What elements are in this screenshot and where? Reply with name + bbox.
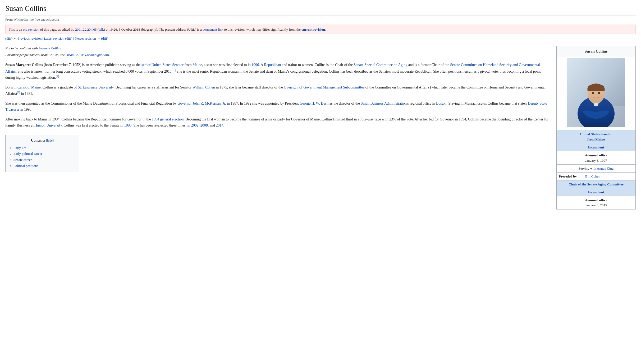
paragraph-2: Born in Caribou, Maine, Collins is a gra…	[5, 84, 551, 97]
svg-point-5	[592, 92, 594, 94]
diff-link-3[interactable]: (diff)	[101, 36, 108, 40]
bill-cohen-link[interactable]: Bill Cohen	[585, 174, 600, 178]
infobox-role-header: United States Senator from Maine	[557, 130, 635, 144]
senior-senator-link[interactable]: senior United States Senator	[141, 63, 184, 67]
aging-committee-link[interactable]: Senate Special Committee on Aging	[354, 63, 407, 67]
contents-item-1: 1 Early life	[10, 145, 75, 151]
1996-senate-link[interactable]: 1996	[124, 123, 131, 127]
bush-link[interactable]: George H. W. Bush	[300, 101, 328, 105]
suzanne-collins-link[interactable]: Suzanne Collins.	[39, 46, 62, 50]
main-text: Susan Margaret Collins (born December 7,…	[5, 62, 551, 128]
aging-committee-infobox-link[interactable]: Senate Aging Committee	[587, 182, 623, 186]
infobox-chair-assumed: Assumed office January 3, 2015	[557, 196, 635, 209]
oversight-subcommittee-link[interactable]: Oversight of Government Management Subco…	[284, 85, 364, 89]
paragraph-4: After moving back to Maine in 1994, Coll…	[5, 116, 551, 128]
infobox-image	[557, 57, 635, 130]
main-content: Not to be confused with Suzanne Collins.…	[5, 46, 551, 172]
old-revision-link[interactable]: old revision	[23, 27, 39, 31]
state-link[interactable]: Maine	[596, 137, 605, 141]
disambiguation-link[interactable]: Susan Collins (disambiguation).	[65, 53, 110, 57]
treasurer-link[interactable]: Deputy State Treasurer	[5, 101, 547, 111]
infobox: Susan Collins	[556, 46, 636, 209]
editor-ip-link[interactable]: 209.122.204.65	[75, 27, 97, 31]
angus-king-link[interactable]: Angus King	[597, 166, 613, 170]
revision-notice-text: This is an old revision of this page, as…	[9, 27, 326, 31]
diff-nav: (diff) ← Previous revision | Latest revi…	[5, 36, 636, 41]
notice-block: Not to be confused with Suzanne Collins.…	[5, 46, 551, 58]
maine-link[interactable]: Maine	[193, 63, 202, 67]
paragraph-1: Susan Margaret Collins (born December 7,…	[5, 62, 551, 81]
from-wikipedia: From Wikipedia, the free encyclopedia	[5, 17, 636, 22]
husson-link[interactable]: Husson University	[34, 123, 62, 127]
page-layout: Not to be confused with Suzanne Collins.…	[5, 46, 636, 209]
mckernan-link[interactable]: Governor John R. McKernan, Jr.	[177, 101, 226, 105]
infobox-assumed-office: Assumed office January 3, 1997	[557, 151, 635, 164]
st-lawrence-link[interactable]: St. Lawrence University	[78, 85, 114, 89]
page-title: Susan Collins	[5, 3, 636, 16]
senator-role-link[interactable]: United States Senator	[580, 132, 612, 136]
talk-link[interactable]: talk	[99, 27, 104, 31]
caribou-link[interactable]: Caribou, Maine	[17, 85, 41, 89]
infobox-chair-header: Chair of the Senate Aging Committee	[557, 180, 635, 189]
not-confused-notice: Not to be confused with Suzanne Collins.	[5, 46, 551, 51]
paragraph-3: She was then appointed as the Commission…	[5, 100, 551, 113]
contents-item-2: 2 Early political career	[10, 151, 75, 157]
contents-hide-link[interactable]: [hide]	[46, 139, 54, 142]
ref-1[interactable]: [1]	[172, 69, 176, 72]
newer-revision-link[interactable]: Newer revision	[75, 36, 96, 40]
contents-title: Contents [hide]	[10, 138, 75, 143]
william-cohen-link[interactable]: William Cohen	[192, 85, 215, 89]
svg-point-6	[598, 92, 600, 94]
diff-link-2[interactable]: (diff)	[65, 36, 72, 40]
contents-link-early-life[interactable]: Early life	[13, 146, 26, 150]
diff-link-1[interactable]: (diff)	[5, 36, 12, 40]
revision-notice: This is an old revision of this page, as…	[5, 25, 636, 35]
contents-link-early-political[interactable]: Early political career	[13, 152, 42, 156]
contents-item-3: 3 Senate career	[10, 157, 75, 163]
1996-link[interactable]: 1996	[251, 63, 259, 67]
permanent-link[interactable]: permanent link	[203, 27, 223, 31]
contents-list: 1 Early life 2 Early political career 3 …	[10, 145, 75, 169]
boston-link[interactable]: Boston	[436, 101, 447, 105]
latest-revision-link[interactable]: Latest revision	[44, 36, 64, 40]
infobox-serving-with: Serving with Angus King	[557, 164, 635, 172]
contents-box: Contents [hide] 1 Early life 2 Early pol…	[5, 135, 79, 172]
republican-link[interactable]: Republican	[264, 63, 281, 67]
2002-link[interactable]: 2002	[191, 123, 199, 127]
contents-link-positions[interactable]: Political positions	[13, 164, 38, 168]
1994-election-link[interactable]: 1994 general election	[152, 117, 184, 121]
infobox-chair-status: Incumbent	[557, 189, 635, 196]
infobox-preceded-by: Preceded by Bill Cohen	[557, 172, 635, 180]
infobox-name: Susan Collins	[557, 46, 635, 57]
contents-item-4: 4 Political positions	[10, 163, 75, 169]
previous-revision-link[interactable]: Previous revision	[18, 36, 42, 40]
sba-link[interactable]: Small Business Administration	[361, 101, 406, 105]
current-revision-link[interactable]: current revision	[301, 27, 325, 31]
ref-3[interactable]: [3]	[17, 91, 20, 94]
infobox-status-incumbent: Incumbent	[557, 144, 635, 151]
2014-link[interactable]: 2014	[216, 123, 223, 127]
ref-2[interactable]: [2]	[56, 75, 59, 78]
2008-link[interactable]: 2008	[200, 123, 208, 127]
contents-link-senate[interactable]: Senate career	[13, 158, 32, 162]
other-people-notice: For other people named Susan Collins, se…	[5, 52, 551, 58]
